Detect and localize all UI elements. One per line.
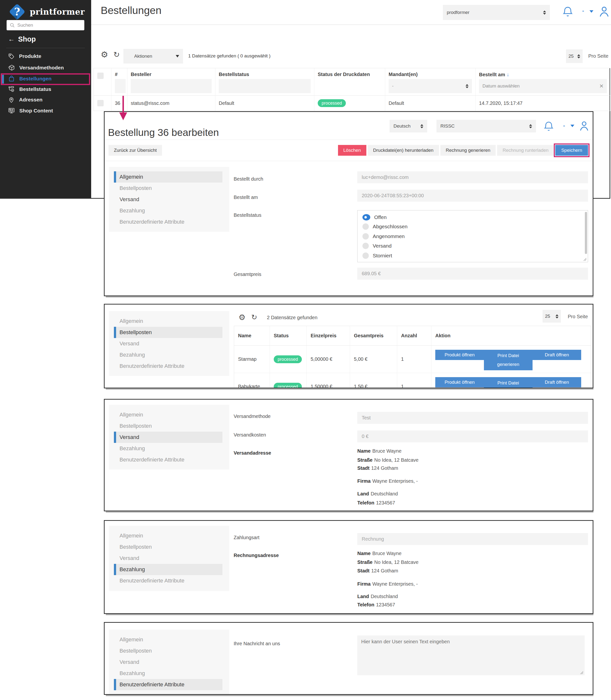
generate-invoice-button[interactable]: Rechnung generieren (441, 145, 496, 156)
open-draft-button[interactable]: Draft öffnen (533, 350, 581, 360)
status-option-angenommen[interactable]: Angenommen (362, 232, 405, 241)
resize-grip-icon[interactable] (583, 258, 586, 261)
nav-item-bezahlung[interactable]: Bezahlung (114, 564, 222, 575)
nav-item-attribute[interactable]: Benutzerdefinierte Attribute (109, 360, 229, 372)
bestellt-durch-field[interactable]: luc+demo@rissc.com (357, 171, 588, 183)
bestellstatus-filter-input[interactable] (219, 79, 311, 93)
bestellt-am-field[interactable]: 2020-06-24T08:55:23+00:00 (357, 190, 588, 202)
tenant-select[interactable]: prodformer (443, 5, 550, 20)
nav-item-bezahlung[interactable]: Bezahlung (109, 349, 229, 360)
open-product-button[interactable]: Produkt öffnen (435, 350, 484, 360)
gear-icon[interactable]: ⚙ (239, 313, 245, 321)
scrollbar-thumb[interactable] (585, 212, 587, 254)
column-header-mandant[interactable]: Mandant(en) - (385, 68, 476, 95)
bell-icon[interactable] (562, 5, 573, 18)
nav-item-attribute[interactable]: Benutzerdefinierte Attribute (109, 575, 229, 586)
bell-icon[interactable] (543, 120, 554, 132)
chevron-down-icon[interactable] (570, 125, 574, 127)
nav-item-attribute[interactable]: Benutzerdefinierte Attribute (114, 679, 222, 690)
language-select[interactable]: Deutsch (390, 120, 427, 133)
radio-icon[interactable] (362, 252, 369, 259)
order-druckstatus-cell[interactable]: processed (314, 95, 385, 111)
sidebar-search-input[interactable]: Suchen (6, 20, 84, 30)
status-option-versand[interactable]: Versand (362, 241, 391, 250)
nav-item-versand[interactable]: Versand (109, 338, 229, 349)
nav-item-allgemein[interactable]: Allgemein (109, 530, 229, 541)
column-header-bestellstatus[interactable]: Bestellstatus (215, 68, 314, 95)
nav-item-bestellposten[interactable]: Bestellposten (109, 645, 229, 656)
download-printfiles-button[interactable]: Druckdatei(en) herunterladen (368, 145, 439, 156)
page-size-select[interactable]: 25 (542, 310, 561, 323)
sidebar-item-shop-content[interactable]: Shop Content (0, 105, 91, 116)
order-date-cell[interactable]: 14.7.2020, 15:17:47 (476, 95, 611, 111)
radio-icon[interactable] (362, 243, 369, 249)
nav-item-allgemein[interactable]: Allgemein (109, 315, 229, 327)
generate-print-file-button[interactable]: Print Datei generieren (484, 377, 533, 388)
user-icon[interactable] (578, 120, 590, 132)
status-option-offen[interactable]: Offen (362, 213, 387, 222)
sidebar-item-produkte[interactable]: Produkte (0, 51, 91, 62)
nav-item-bestellposten[interactable]: Bestellposten (109, 541, 229, 553)
back-to-overview-button[interactable]: Zurück zur Übersicht (108, 145, 162, 156)
save-button[interactable]: Speichern (555, 145, 588, 156)
open-draft-button[interactable]: Draft öffnen (533, 377, 581, 387)
delete-button[interactable]: Löschen (338, 145, 366, 156)
nav-item-versand[interactable]: Versand (114, 432, 222, 443)
column-header-bestellt-am[interactable]: Bestellt am↓ Datum auswählen × (476, 68, 611, 95)
column-header-besteller[interactable]: Besteller (127, 68, 215, 95)
open-product-button[interactable]: Produkt öffnen (435, 377, 484, 387)
nav-item-allgemein[interactable]: Allgemein (114, 171, 222, 182)
nav-item-versand[interactable]: Versand (109, 553, 229, 564)
column-header-druckdaten[interactable]: Status der Druckdaten (314, 68, 385, 95)
nav-item-versand[interactable]: Versand (109, 656, 229, 668)
besteller-filter-input[interactable] (131, 79, 212, 93)
nav-item-bestellposten[interactable]: Bestellposten (109, 182, 229, 194)
status-option-storniert[interactable]: Storniert (362, 251, 392, 260)
generate-print-file-button[interactable]: Print Datei generieren (484, 350, 533, 370)
nav-item-bestellposten[interactable]: Bestellposten (109, 420, 229, 432)
nav-item-bezahlung[interactable]: Bezahlung (109, 205, 229, 216)
order-besteller-cell[interactable]: status@rissc.com (127, 95, 215, 111)
status-option-abgeschlossen[interactable]: Abgeschlossen (362, 222, 407, 231)
back-arrow-icon[interactable]: ← (8, 36, 15, 43)
row-checkbox[interactable] (97, 100, 104, 106)
refresh-icon[interactable]: ↻ (114, 51, 120, 58)
nav-item-allgemein[interactable]: Allgemein (109, 634, 229, 645)
order-mandant-cell[interactable]: Default (385, 95, 476, 111)
user-icon[interactable] (598, 5, 611, 18)
zahlungsart-field[interactable]: Rechnung (357, 533, 588, 545)
order-status-cell[interactable]: Default (215, 95, 314, 111)
gear-icon[interactable]: ⚙ (101, 50, 108, 59)
refresh-icon[interactable]: ↻ (251, 314, 257, 321)
resize-grip-icon[interactable] (580, 671, 583, 674)
chevron-down-icon[interactable] (590, 10, 593, 13)
mandant-filter-select[interactable]: - (389, 79, 472, 93)
sidebar-item-adressen[interactable]: Adressen (0, 94, 91, 105)
select-all-checkbox[interactable] (97, 73, 104, 79)
nav-item-attribute[interactable]: Benutzerdefinierte Attribute (109, 216, 229, 227)
nav-item-bezahlung[interactable]: Bezahlung (109, 668, 229, 679)
gesamtpreis-field[interactable]: 689.05 € (357, 268, 588, 280)
date-filter-input[interactable]: Datum auswählen × (479, 79, 607, 93)
radio-icon[interactable] (362, 233, 369, 239)
nav-item-attribute[interactable]: Benutzerdefinierte Attribute (109, 454, 229, 465)
versandmethode-field[interactable]: Test (357, 412, 588, 424)
clear-filter-icon[interactable]: × (599, 83, 603, 89)
actions-dropdown[interactable]: Aktionen (123, 49, 183, 63)
panel-tenant-select[interactable]: RISSC (436, 120, 536, 133)
radio-selected-icon[interactable] (362, 214, 370, 221)
versandkosten-field[interactable]: 0 € (357, 430, 588, 442)
radio-icon[interactable] (362, 223, 369, 230)
message-textarea[interactable]: Hier kann der User seinen Text eingeben (357, 636, 585, 675)
sidebar-item-bestellstatus[interactable]: Bestellstatus (0, 84, 91, 94)
sort-desc-icon[interactable]: ↓ (507, 72, 509, 77)
nav-item-bestellposten[interactable]: Bestellposten (114, 327, 222, 338)
nav-item-bezahlung[interactable]: Bezahlung (109, 443, 229, 454)
app-logo[interactable]: ? printformer (7, 1, 85, 22)
nav-item-versand[interactable]: Versand (109, 194, 229, 205)
nr-filter-input[interactable] (115, 79, 125, 93)
download-invoice-button[interactable]: Rechnung runterladen (497, 145, 554, 156)
column-header-nr[interactable]: # (111, 68, 127, 95)
nav-item-allgemein[interactable]: Allgemein (109, 409, 229, 420)
page-size-select[interactable]: 25 (566, 49, 583, 63)
